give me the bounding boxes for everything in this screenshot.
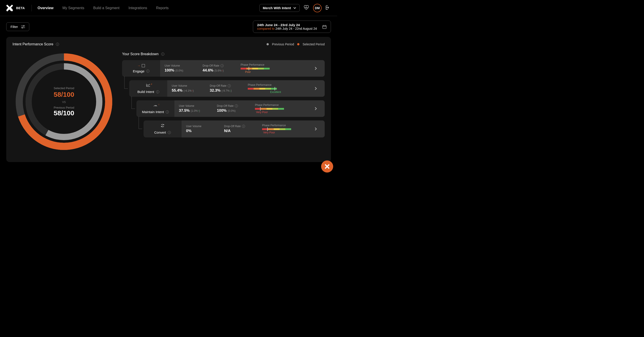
legend-previous: Previous Period — [272, 42, 294, 46]
vs-label: VS — [62, 101, 66, 104]
logout-icon[interactable] — [326, 5, 331, 11]
phase-left: → Engage i — [122, 60, 160, 77]
filter-label: Filter — [10, 25, 18, 29]
main-nav: Overview My Segments Build a Segment Int… — [38, 6, 168, 10]
avatar[interactable]: DM — [313, 4, 322, 12]
legend: Previous Period Selected Period — [266, 42, 325, 46]
drop-off: Drop-Off Rate i N/A — [224, 125, 262, 133]
workspace-select[interactable]: Merch With Intent — [260, 4, 300, 12]
nav-build-segment[interactable]: Build a Segment — [93, 6, 120, 10]
phase-performance: Phase Performance Excellent — [248, 83, 311, 94]
phase-performance: Phase Performance Very Poor — [255, 103, 311, 114]
chevron-right-icon — [311, 127, 320, 131]
info-icon[interactable]: i — [168, 131, 171, 134]
phase-right: User Volume 0% Drop-Off Rate i N/A Phase… — [182, 120, 325, 137]
date-range-picker[interactable]: 24th June 24 - 23rd July 24 compared to … — [253, 20, 331, 33]
chevron-down-icon — [293, 7, 296, 9]
chevron-right-icon — [311, 67, 320, 70]
sliders-icon — [21, 25, 25, 28]
info-icon[interactable]: i — [220, 64, 224, 67]
filter-button[interactable]: Filter — [6, 22, 29, 31]
nav-integrations[interactable]: Integrations — [128, 6, 147, 10]
phase-performance: Phase Performance Very Poor — [262, 124, 311, 134]
user-volume: User Volume 55.4% (-4.1%↑) — [172, 84, 210, 93]
heartbeat-icon[interactable] — [304, 5, 309, 11]
drop-off: Drop-Off Rate i 32.3% (-9.7%↓) — [210, 84, 248, 93]
phase-right: User Volume 55.4% (-4.1%↑) Drop-Off Rate… — [167, 80, 325, 97]
phase-maintain-intent[interactable]: ↑ Maintain Intent i User Volume 37.5% (1… — [136, 100, 325, 117]
selected-score: 58/100 — [54, 91, 74, 98]
logo: BETA — [6, 5, 25, 11]
chevron-right-icon — [311, 107, 320, 110]
card-title: Intent Performance Score i — [12, 42, 59, 46]
card-body: Selected Period 58/100 VS Previous Perio… — [12, 50, 325, 153]
phase-right: User Volume 37.5% (1.0%↑) Drop-Off Rate … — [174, 100, 325, 117]
date-primary: 24th June 24 - 23rd July 24 — [257, 23, 317, 27]
phase-performance: Phase Performance Poor — [240, 63, 311, 73]
info-icon[interactable]: i — [228, 84, 231, 87]
chevron-right-icon — [311, 87, 320, 90]
phase-build-intent[interactable]: ↗ Build Intent i User Volume 55.4% (-4.1… — [129, 80, 325, 97]
info-icon[interactable]: i — [156, 90, 159, 93]
score-gauge: Selected Period 58/100 VS Previous Perio… — [12, 50, 116, 153]
app-header: BETA Overview My Segments Build a Segmen… — [0, 0, 337, 16]
phase-left: £ Convert i — [144, 120, 182, 137]
help-fab[interactable] — [321, 160, 333, 173]
connector-line — [124, 76, 128, 89]
previous-score: 58/100 — [54, 109, 74, 117]
user-volume: User Volume 37.5% (1.0%↑) — [179, 104, 217, 113]
breakdown-title: Your Score Breakdown i — [122, 52, 325, 56]
date-compared: compared to 24th July 24 - 22nd August 2… — [257, 27, 317, 30]
info-icon[interactable]: i — [166, 110, 169, 113]
previous-label: Previous Period — [54, 106, 74, 109]
convert-icon: £ — [160, 124, 165, 129]
legend-dot-selected — [297, 43, 300, 45]
toolbar: Filter 24th June 24 - 23rd July 24 compa… — [0, 16, 337, 37]
svg-rect-4 — [323, 25, 326, 29]
legend-selected: Selected Period — [302, 42, 325, 46]
connector-line — [132, 96, 135, 109]
phase-right: User Volume 100% (0.0%) Drop-Off Rate i … — [160, 60, 325, 77]
nav-my-segments[interactable]: My Segments — [62, 6, 84, 10]
phase-left: ↗ Build Intent i — [129, 80, 167, 97]
info-icon[interactable]: i — [161, 52, 164, 56]
nav-overview[interactable]: Overview — [38, 6, 54, 10]
info-icon[interactable]: i — [235, 104, 238, 107]
breakdown: Your Score Breakdown i → Engage i User V… — [122, 50, 325, 153]
workspace-name: Merch With Intent — [263, 6, 291, 10]
user-volume: User Volume 0% — [186, 125, 224, 133]
drop-off: Drop-Off Rate i 44.6% (5.6%↑) — [202, 64, 240, 73]
card-header: Intent Performance Score i Previous Peri… — [12, 42, 325, 46]
phase-engage[interactable]: → Engage i User Volume 100% (0.0%) Drop-… — [122, 60, 325, 77]
chart-up-icon: ↗ — [146, 83, 150, 88]
phase-convert[interactable]: £ Convert i User Volume 0% Drop-Off Rate… — [144, 120, 325, 137]
selected-label: Selected Period — [54, 86, 74, 90]
drop-off: Drop-Off Rate i 100% (0.0%) — [217, 104, 255, 113]
info-icon[interactable]: i — [56, 43, 59, 46]
engage-icon: → — [137, 64, 145, 67]
logo-icon — [324, 164, 330, 169]
performance-card: Intent Performance Score i Previous Peri… — [6, 37, 331, 162]
legend-dot-previous — [266, 43, 269, 45]
info-icon[interactable]: i — [242, 125, 245, 128]
header-right: Merch With Intent DM — [260, 4, 331, 12]
svg-text:£: £ — [162, 125, 163, 126]
gauge-center: Selected Period 58/100 VS Previous Perio… — [12, 50, 116, 153]
svg-point-1 — [23, 25, 24, 26]
beta-badge: BETA — [16, 6, 25, 10]
connector-line — [139, 116, 142, 129]
calendar-icon — [322, 24, 327, 29]
info-icon[interactable]: i — [146, 69, 149, 73]
divider — [32, 5, 32, 11]
nav-reports[interactable]: Reports — [156, 6, 168, 10]
phase-left: ↑ Maintain Intent i — [136, 100, 174, 117]
logo-icon — [6, 5, 13, 11]
user-volume: User Volume 100% (0.0%) — [164, 64, 202, 73]
svg-point-3 — [22, 27, 23, 28]
gauge-up-icon: ↑ — [153, 103, 158, 108]
